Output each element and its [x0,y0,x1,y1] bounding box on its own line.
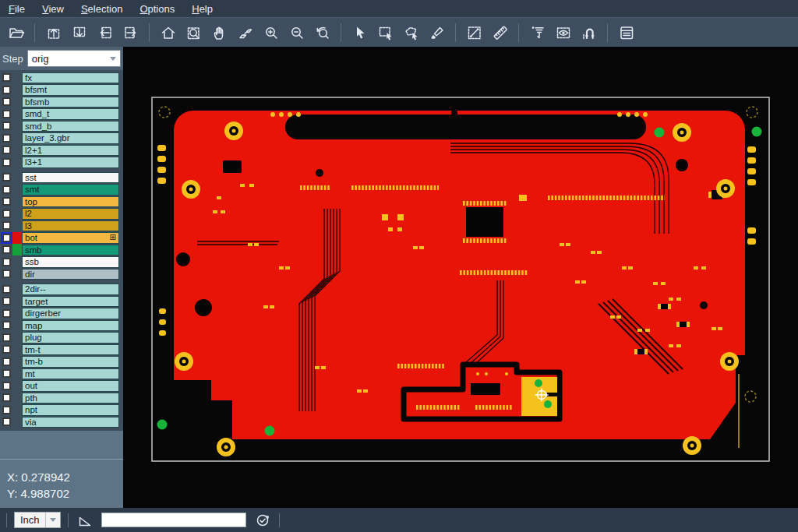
import-up-button[interactable] [41,21,65,44]
layer-label[interactable]: out [22,380,119,392]
layer-label[interactable]: via [22,417,119,428]
layer-row-2dir--[interactable]: 2dir-- [0,284,123,296]
layer-visibility-checkbox[interactable] [2,146,11,154]
angle-measure-button[interactable] [76,511,94,530]
apply-refresh-button[interactable] [253,511,272,530]
layer-row-smd_b[interactable]: smd_b [0,120,123,132]
layer-visibility-checkbox[interactable] [2,158,11,167]
layer-row-bot[interactable]: bot⊞ [0,232,123,245]
view-box-button[interactable] [551,21,575,44]
layer-visibility-checkbox[interactable] [2,110,11,118]
layer-row-map[interactable]: map [0,319,123,332]
layer-row-mt[interactable]: mt [0,368,123,380]
layer-row-ssb[interactable]: ssb [0,256,123,269]
layer-label[interactable]: npt [22,404,119,416]
import-right-button[interactable] [118,21,143,44]
import-left-button[interactable] [93,21,117,44]
snap-magnet-button[interactable] [577,21,601,44]
layer-row-tm-b[interactable]: tm-b [0,356,123,368]
layer-row-target[interactable]: target [0,295,123,308]
layer-label[interactable]: dir [22,269,119,280]
layer-row-l3+1[interactable]: l3+1 [0,157,123,169]
layer-row-tm-t[interactable]: tm-t [0,344,123,356]
layer-visibility-checkbox[interactable] [2,73,11,82]
layer-visibility-checkbox[interactable] [2,358,11,366]
layer-label[interactable]: fx [22,72,119,84]
layer-visibility-checkbox[interactable] [2,221,11,230]
zoom-in-button[interactable] [259,21,283,44]
step-select[interactable]: orig [27,50,121,67]
layer-label[interactable]: smt [22,184,119,196]
clean-brush-button[interactable] [425,21,449,44]
layer-label[interactable]: sst [22,172,119,184]
layer-visibility-checkbox[interactable] [2,382,11,390]
measure-distance-button[interactable] [462,21,486,44]
select-polygon-button[interactable] [399,21,423,44]
layer-visibility-checkbox[interactable] [2,210,11,218]
layer-visibility-checkbox[interactable] [2,333,11,342]
layer-row-out[interactable]: out [0,380,123,393]
layer-row-sst[interactable]: sst [0,171,123,184]
layer-label[interactable]: l3+1 [22,157,119,168]
layer-label[interactable]: ssb [22,256,119,268]
layer-label[interactable]: smd_b [22,121,119,132]
layer-label[interactable]: layer_3.gbr [22,132,119,144]
layers-panel-button[interactable] [614,21,638,44]
select-arrow-button[interactable] [348,21,372,44]
layer-label[interactable]: smb [22,245,119,256]
layer-label[interactable]: l2+1 [22,145,119,157]
layer-visibility-checkbox[interactable] [2,406,11,414]
zoom-out-button[interactable] [284,21,309,44]
layer-label[interactable]: smd_t [22,108,119,120]
layer-visibility-checkbox[interactable] [2,245,11,254]
layer-row-fx[interactable]: fx [0,72,123,84]
layer-label[interactable]: bot⊞ [22,232,119,244]
layer-row-via[interactable]: via [0,416,123,428]
layer-row-l2+1[interactable]: l2+1 [0,144,123,157]
command-input[interactable] [101,513,246,527]
layer-row-layer_3.gbr[interactable]: layer_3.gbr [0,132,123,145]
layer-row-bfsmb[interactable]: bfsmb [0,96,123,108]
filter-button[interactable] [525,21,549,44]
layer-visibility-checkbox[interactable] [2,345,11,354]
layer-label[interactable]: top [22,196,119,208]
layer-visibility-checkbox[interactable] [2,309,11,318]
layer-label[interactable]: target [22,296,119,308]
zoom-previous-button[interactable] [310,21,334,44]
layer-label[interactable]: plug [22,332,119,344]
layer-label[interactable]: pth [22,393,119,404]
layer-visibility-checkbox[interactable] [2,417,11,426]
zoom-window-button[interactable] [182,21,206,44]
layer-visibility-checkbox[interactable] [2,297,11,305]
layer-label[interactable]: l3 [22,220,119,232]
layer-row-bfsmt[interactable]: bfsmt [0,84,123,97]
open-folder-button[interactable] [4,21,28,44]
layer-visibility-checkbox[interactable] [2,234,11,242]
menu-options[interactable]: Options [131,2,183,16]
layer-row-smt[interactable]: smt [0,184,123,196]
layer-visibility-checkbox[interactable] [2,258,11,266]
ruler-button[interactable] [488,21,512,44]
layer-visibility-checkbox[interactable] [2,185,11,194]
layer-visibility-checkbox[interactable] [2,122,11,130]
select-rect-button[interactable] [373,21,397,44]
layer-label[interactable]: tm-b [22,356,119,368]
menu-help[interactable]: Help [183,2,221,16]
layer-visibility-checkbox[interactable] [2,270,11,278]
layer-row-dirgerber[interactable]: dirgerber [0,308,123,320]
layer-row-npt[interactable]: npt [0,404,123,417]
layer-row-smd_t[interactable]: smd_t [0,108,123,121]
layer-label[interactable]: bfsmb [22,97,119,108]
layer-visibility-checkbox[interactable] [2,134,11,143]
layer-row-l3[interactable]: l3 [0,220,123,232]
layer-label[interactable]: l2 [22,208,119,220]
layer-visibility-checkbox[interactable] [2,86,11,94]
layer-row-smb[interactable]: smb [0,244,123,256]
pcb-canvas[interactable] [123,47,798,508]
layer-grid-badge[interactable]: ⊞ [110,234,116,241]
import-down-button[interactable] [67,21,91,44]
layer-label[interactable]: mt [22,368,119,380]
layer-label[interactable]: tm-t [22,344,119,356]
zoom-polygon-button[interactable] [233,21,257,44]
layer-row-l2[interactable]: l2 [0,208,123,220]
